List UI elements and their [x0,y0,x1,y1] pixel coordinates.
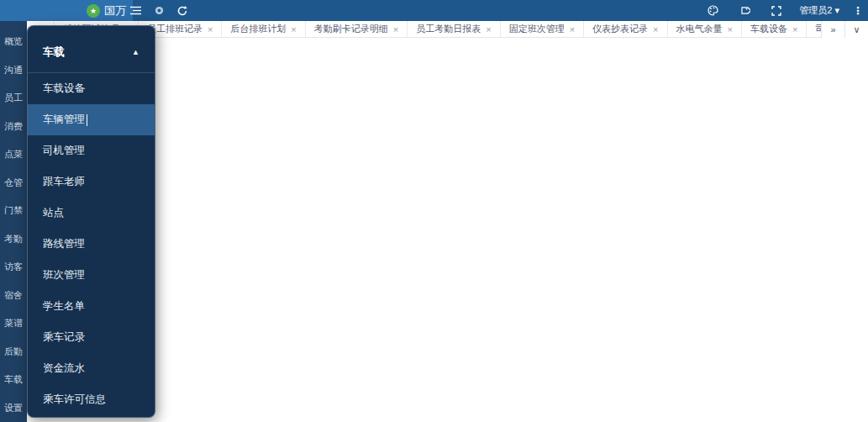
tag-icon[interactable] [735,0,754,21]
sidebar: 概览 沟通 员工 消费 点菜 仓管 门禁 考勤 访客 宿舍 菜谱 后勤 车载 设… [0,21,27,422]
sidebar-item-staff[interactable]: 员工 [0,84,27,113]
sidebar-item-settings[interactable]: 设置 [0,394,27,422]
close-icon[interactable]: × [728,24,733,34]
submenu-title: 车载 [43,45,65,60]
menu-item-vehicle-management[interactable]: 车辆管理 [28,104,155,135]
menu-item-driver-management[interactable]: 司机管理 [28,135,155,166]
tab-controls: » ∨ [821,21,868,37]
close-icon[interactable]: × [792,24,797,34]
close-icon[interactable]: × [208,24,213,34]
sidebar-item-logistics[interactable]: 后勤 [0,338,27,367]
sidebar-item-access-control[interactable]: 门禁 [0,197,27,225]
circle-indicator-icon[interactable] [150,0,168,21]
topbar-right: 管理员2 ▾ ⋮ [703,0,863,21]
menu-item-route-management[interactable]: 路线管理 [28,229,155,260]
text-cursor [87,114,87,126]
sidebar-item-warehouse[interactable]: 仓管 [0,169,27,198]
chevron-up-icon: ▲ [132,48,139,56]
tab-meter-reading[interactable]: 仪表抄表记录× [584,21,667,37]
tab-overflow-icon[interactable]: » [821,21,844,38]
tab-attendance-swipe-detail[interactable]: 考勤刷卡记录明细× [306,21,408,37]
tab-fixed-shift[interactable]: 固定班次管理× [501,21,584,37]
tab-utility-balance[interactable]: 水电气余量× [668,21,742,37]
close-icon[interactable]: × [291,24,296,34]
close-icon[interactable]: × [570,24,575,34]
sidebar-item-attendance[interactable]: 考勤 [0,225,27,254]
sidebar-item-consumption[interactable]: 消费 [0,113,27,141]
close-icon[interactable]: × [653,24,658,34]
menu-item-shift-management[interactable]: 班次管理 [28,260,155,291]
app-screen: ★ 国万 管理员2 ▾ ⋮ [0,0,868,422]
user-menu[interactable]: 管理员2 ▾ [799,4,839,17]
sidebar-item-overview[interactable]: 概览 [0,28,27,56]
menu-item-student-list[interactable]: 学生名单 [28,291,155,322]
theme-palette-icon[interactable] [703,0,722,21]
menu-item-ride-record[interactable]: 乘车记录 [28,322,155,353]
tab-attendance-daily-report[interactable]: 员工考勤日报表× [408,21,500,37]
sidebar-item-communication[interactable]: 沟通 [0,56,27,85]
tab-collapse-icon[interactable]: ∨ [844,21,868,38]
sidebar-item-ordering[interactable]: 点菜 [0,140,27,169]
topbar: ★ 国万 管理员2 ▾ ⋮ [0,0,868,21]
menu-item-stations[interactable]: 站点 [28,198,155,229]
menu-item-fund-flow[interactable]: 资金流水 [28,353,155,384]
menu-item-bus-teacher[interactable]: 跟车老师 [28,166,155,198]
brand-logo-icon: ★ [87,4,100,18]
brand-name: 国万 [104,3,126,18]
sidebar-item-dormitory[interactable]: 宿舍 [0,282,27,310]
collapse-sidebar-icon[interactable] [126,0,145,21]
sidebar-item-vehicle[interactable]: 车载 [0,366,27,394]
fullscreen-icon[interactable] [767,0,786,21]
menu-item-vehicle-device[interactable]: 车载设备 [28,73,155,104]
user-name: 管理员2 [799,4,832,17]
close-icon[interactable]: × [486,24,491,34]
vehicle-submenu: 车载 ▲ 车载设备 车辆管理 司机管理 跟车老师 站点 路线管理 班次管理 学生… [27,25,155,418]
submenu-header[interactable]: 车载 ▲ [28,26,155,73]
close-icon[interactable]: × [393,24,398,34]
more-options-icon[interactable]: ⋮ [853,5,863,17]
brand: ★ 国万 [0,0,133,21]
tab-driver-management[interactable]: 司机管理× [807,21,821,37]
chevron-down-icon: ▾ [834,5,839,16]
sidebar-item-menu[interactable]: 菜谱 [0,309,27,338]
tab-vehicle-device[interactable]: 车载设备× [742,21,807,37]
refresh-icon[interactable] [173,0,192,21]
sidebar-item-visitors[interactable]: 访客 [0,253,27,282]
menu-item-ride-permission[interactable]: 乘车许可信息 [28,384,155,415]
tab-backend-shift-plan[interactable]: 后台排班计划× [222,21,305,37]
